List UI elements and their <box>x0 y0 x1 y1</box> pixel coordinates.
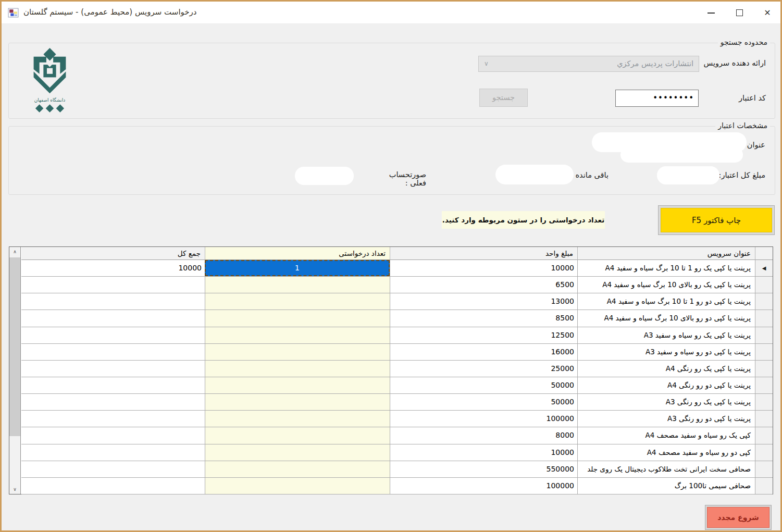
service-title-cell[interactable]: پرینت یا کپی دو رو رنگی A4 <box>577 377 755 393</box>
service-title-cell[interactable]: پرینت یا کپی یک رو رنگی A4 <box>577 361 755 377</box>
qty-input-cell[interactable] <box>205 361 390 377</box>
unit-price-cell[interactable]: 12500 <box>390 327 577 343</box>
row-header-cell[interactable] <box>755 293 773 310</box>
row-header-cell[interactable]: ◀ <box>755 260 773 276</box>
provider-combobox[interactable]: ∨ انتشارات پردیس مرکزي <box>478 56 699 72</box>
row-header-cell[interactable] <box>755 377 773 393</box>
service-title-cell[interactable]: پرینت یا کپی دو رو 1 تا 10 برگ سیاه و سف… <box>577 293 755 310</box>
total-cell[interactable] <box>21 427 205 443</box>
table-row: 10000کپی دو رو سیاه و سفید مصحف A4 <box>21 444 773 461</box>
unit-price-cell[interactable]: 8000 <box>390 427 577 443</box>
unit-price-cell[interactable]: 16000 <box>390 344 577 360</box>
scroll-up-icon[interactable]: ∧ <box>9 247 20 256</box>
qty-input-cell[interactable] <box>205 394 390 410</box>
service-title-cell[interactable]: پرینت یا کپی دو رو بالای 10 برگ سیاه و س… <box>577 310 755 326</box>
row-header-cell[interactable] <box>755 461 773 477</box>
row-header-cell[interactable] <box>755 344 773 360</box>
total-cell[interactable] <box>21 327 205 343</box>
scroll-down-icon[interactable]: ∨ <box>9 485 20 494</box>
total-cell[interactable] <box>21 411 205 427</box>
service-title-cell[interactable]: صحافی سخت ایرانی تخت طلاکوب دیجیتال یک ر… <box>577 461 755 477</box>
vertical-scrollbar[interactable]: ∧ ∨ <box>9 247 21 494</box>
logo-caption: دانشگاه اصفهان <box>34 97 65 103</box>
unit-price-cell[interactable]: 550000 <box>390 461 577 477</box>
total-cell[interactable] <box>21 344 205 360</box>
qty-input-cell[interactable] <box>205 377 390 393</box>
qty-input-cell[interactable] <box>205 444 390 461</box>
total-cell[interactable] <box>21 444 205 461</box>
row-header-cell[interactable] <box>755 277 773 293</box>
window-title: درخواست سرویس (محیط عمومی) - سیستم گلستا… <box>23 7 197 17</box>
search-button[interactable]: جستجو <box>479 89 528 107</box>
qty-input-cell[interactable] <box>205 478 390 494</box>
row-header-cell[interactable] <box>755 444 773 461</box>
unit-price-cell[interactable]: 10000 <box>390 260 577 276</box>
grid-header: جمع کل تعداد درخواستی مبلغ واحد عنوان سر… <box>21 247 773 260</box>
service-title-cell[interactable]: صحافی سیمی تا100 برگ <box>577 478 755 494</box>
unit-price-cell[interactable]: 6500 <box>390 277 577 293</box>
qty-input-cell[interactable] <box>205 427 390 443</box>
service-title-cell[interactable]: کپی یک رو سیاه و سفید مصحف A4 <box>577 427 755 443</box>
print-invoice-button[interactable]: چاپ فاکتور F5 <box>658 205 775 235</box>
qty-input-cell[interactable] <box>205 310 390 326</box>
total-cell[interactable]: 10000 <box>21 260 205 276</box>
scrollbar-thumb[interactable] <box>9 257 20 436</box>
unit-price-cell[interactable]: 100000 <box>390 478 577 494</box>
row-header-cell[interactable] <box>755 327 773 343</box>
qty-input-cell[interactable] <box>205 344 390 360</box>
maximize-button[interactable] <box>727 2 752 24</box>
row-header-cell[interactable] <box>755 394 773 410</box>
qty-input-cell[interactable] <box>205 461 390 477</box>
service-title-cell[interactable]: پرینت یا کپی یک رو 1 تا 10 برگ سیاه و سف… <box>577 260 755 276</box>
qty-input-cell[interactable] <box>205 327 390 343</box>
minimize-button[interactable] <box>699 2 724 24</box>
service-title-cell[interactable]: پرینت یا کپی یک رو سیاه و سفید A3 <box>577 327 755 343</box>
row-header-cell[interactable] <box>755 427 773 443</box>
unit-price-cell[interactable]: 50000 <box>390 377 577 393</box>
total-cell[interactable] <box>21 394 205 410</box>
university-logo: دانشگاه اصفهان <box>20 47 80 114</box>
total-cell[interactable] <box>21 361 205 377</box>
search-scope-group-title: محدوده جستجو <box>718 38 770 46</box>
qty-input-cell[interactable] <box>205 277 390 293</box>
credit-code-input[interactable]: •••••••• <box>615 90 699 107</box>
restart-button[interactable]: شروع مجدد <box>705 505 772 530</box>
column-header-service[interactable]: عنوان سرویس <box>577 247 755 260</box>
qty-input-cell[interactable] <box>205 411 390 427</box>
row-header-cell[interactable] <box>755 411 773 427</box>
unit-price-cell[interactable]: 100000 <box>390 411 577 427</box>
service-title-cell[interactable]: پرینت یا کپی یک رو رنگی A3 <box>577 394 755 410</box>
total-cell[interactable] <box>21 478 205 494</box>
total-cell[interactable] <box>21 377 205 393</box>
total-cell[interactable] <box>21 310 205 326</box>
unit-price-cell[interactable]: 8500 <box>390 310 577 326</box>
unit-price-cell[interactable]: 10000 <box>390 444 577 461</box>
provider-value: انتشارات پردیس مرکزي <box>617 56 693 71</box>
service-title-cell[interactable]: کپی دو رو سیاه و سفید مصحف A4 <box>577 444 755 461</box>
total-cell[interactable] <box>21 277 205 293</box>
table-row: 13000پرینت یا کپی دو رو 1 تا 10 برگ سیاه… <box>21 293 773 310</box>
close-button[interactable]: ✕ <box>755 2 780 24</box>
row-header-cell[interactable] <box>755 310 773 326</box>
total-cell[interactable] <box>21 293 205 310</box>
unit-price-cell[interactable]: 13000 <box>390 293 577 310</box>
table-row: 100000صحافی سیمی تا100 برگ <box>21 478 773 494</box>
column-header-total[interactable]: جمع کل <box>21 247 205 260</box>
print-invoice-button-label: چاپ فاکتور F5 <box>661 208 772 232</box>
total-cell[interactable] <box>21 461 205 477</box>
service-title-cell[interactable]: پرینت یا کپی یک رو بالای 10 برگ سیاه و س… <box>577 277 755 293</box>
qty-input-cell[interactable]: 1 <box>205 260 390 276</box>
unit-price-cell[interactable]: 50000 <box>390 394 577 410</box>
quantity-hint: تعداد درخواستی را در ستون مربوطه وارد کن… <box>442 211 605 229</box>
chevron-down-icon: ∨ <box>484 56 489 71</box>
table-row: 50000پرینت یا کپی دو رو رنگی A4 <box>21 377 773 394</box>
service-title-cell[interactable]: پرینت یا کپی دو رو سیاه و سفید A3 <box>577 344 755 360</box>
row-header-cell[interactable] <box>755 478 773 494</box>
column-header-rowselector[interactable] <box>755 247 773 260</box>
service-title-cell[interactable]: پرینت یا کپی دو رو رنگی A3 <box>577 411 755 427</box>
column-header-qty[interactable]: تعداد درخواستی <box>205 247 390 260</box>
row-header-cell[interactable] <box>755 361 773 377</box>
unit-price-cell[interactable]: 25000 <box>390 361 577 377</box>
qty-input-cell[interactable] <box>205 293 390 310</box>
column-header-unit[interactable]: مبلغ واحد <box>390 247 577 260</box>
